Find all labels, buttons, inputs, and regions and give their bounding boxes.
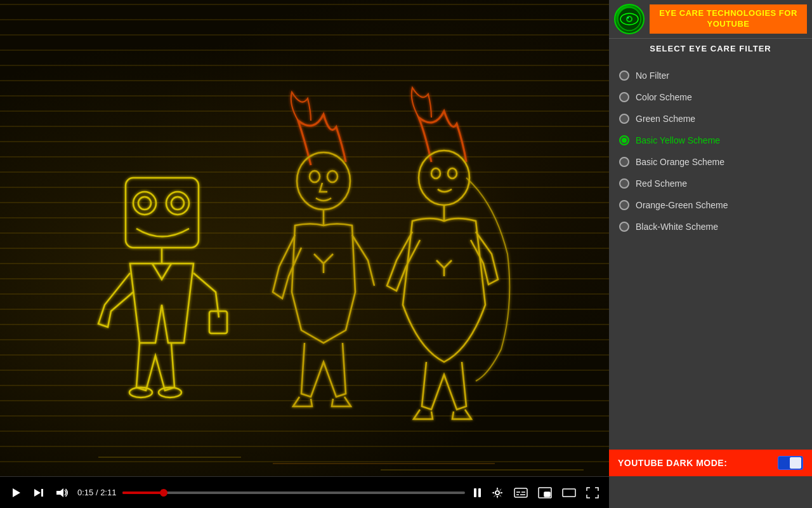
dark-mode-label: YOUTUBE DARK MODE: xyxy=(618,458,727,468)
filter-label-basic-orange: Basic Orange Scheme xyxy=(636,157,724,167)
svg-point-11 xyxy=(310,171,320,182)
filter-item-orange-green[interactable]: Orange-Green Scheme xyxy=(619,194,802,216)
svg-point-2 xyxy=(133,192,156,215)
logo-icon xyxy=(614,4,645,34)
svg-rect-0 xyxy=(0,0,609,476)
filter-label-green-scheme: Green Scheme xyxy=(636,114,695,124)
filter-label-no-filter: No Filter xyxy=(636,70,669,81)
filter-item-color-scheme[interactable]: Color Scheme xyxy=(619,86,802,108)
video-player xyxy=(0,0,609,476)
svg-rect-28 xyxy=(41,489,43,497)
filter-item-red-scheme[interactable]: Red Scheme xyxy=(619,173,802,194)
dark-mode-toggle[interactable] xyxy=(778,456,803,470)
progress-fill xyxy=(122,491,164,494)
miniplayer-button[interactable] xyxy=(535,485,554,501)
filter-label-color-scheme: Color Scheme xyxy=(636,92,692,102)
filter-label-red-scheme: Red Scheme xyxy=(636,178,687,189)
radio-green-scheme[interactable] xyxy=(619,114,629,124)
toggle-thumb xyxy=(790,457,801,469)
svg-point-5 xyxy=(171,197,184,210)
radio-no-filter[interactable] xyxy=(619,70,629,81)
filter-label-orange-green: Orange-Green Scheme xyxy=(636,200,728,210)
filter-item-basic-orange[interactable]: Basic Orange Scheme xyxy=(619,151,802,173)
sidebar-bottom-spacer xyxy=(609,476,812,508)
svg-marker-26 xyxy=(13,488,20,497)
filter-item-basic-yellow[interactable]: Basic Yellow Scheme xyxy=(619,130,802,151)
captions-button[interactable] xyxy=(511,485,530,501)
pause-indicator[interactable] xyxy=(471,486,483,500)
svg-point-25 xyxy=(627,17,629,18)
svg-point-16 xyxy=(448,168,457,178)
filter-label-basic-yellow: Basic Yellow Scheme xyxy=(636,135,720,145)
svg-point-12 xyxy=(327,171,337,182)
radio-black-white[interactable] xyxy=(619,222,629,232)
progress-bar[interactable] xyxy=(122,491,465,494)
filter-section-title: SELECT EYE CARE FILTER xyxy=(609,39,812,58)
sidebar-header: EYE CARE TECHNOLOGIES FOR YOUTUBE xyxy=(609,0,812,39)
radio-color-scheme[interactable] xyxy=(619,92,629,102)
app-title: EYE CARE TECHNOLOGIES FOR YOUTUBE xyxy=(650,4,807,34)
skip-button[interactable] xyxy=(30,485,47,501)
theater-button[interactable] xyxy=(560,485,579,501)
svg-point-31 xyxy=(495,491,499,495)
play-button[interactable] xyxy=(8,485,24,501)
sidebar: EYE CARE TECHNOLOGIES FOR YOUTUBE SELECT… xyxy=(609,0,812,476)
filter-item-green-scheme[interactable]: Green Scheme xyxy=(619,108,802,130)
filter-item-no-filter[interactable]: No Filter xyxy=(619,65,802,86)
settings-button[interactable] xyxy=(488,484,506,502)
dark-mode-bar[interactable]: YOUTUBE DARK MODE: xyxy=(609,450,812,476)
fullscreen-button[interactable] xyxy=(584,485,601,501)
cartoon-scene xyxy=(0,0,609,476)
radio-orange-green[interactable] xyxy=(619,200,629,210)
filter-list: No FilterColor SchemeGreen SchemeBasic Y… xyxy=(609,58,812,450)
svg-point-3 xyxy=(138,197,151,210)
svg-rect-32 xyxy=(514,488,527,497)
header-title-block: EYE CARE TECHNOLOGIES FOR YOUTUBE xyxy=(650,4,807,34)
radio-red-scheme[interactable] xyxy=(619,178,629,189)
svg-rect-39 xyxy=(563,489,575,497)
svg-marker-29 xyxy=(56,488,63,497)
radio-basic-orange[interactable] xyxy=(619,157,629,167)
svg-marker-27 xyxy=(34,489,41,497)
progress-dot xyxy=(160,489,167,497)
video-controls-bar: 0:15 / 2:11 xyxy=(0,476,609,508)
filter-item-black-white[interactable]: Black-White Scheme xyxy=(619,216,802,237)
svg-point-15 xyxy=(431,168,440,178)
filter-label-black-white: Black-White Scheme xyxy=(636,222,718,232)
time-display: 0:15 / 2:11 xyxy=(77,488,116,497)
volume-button[interactable] xyxy=(53,485,71,501)
svg-point-4 xyxy=(166,192,189,215)
svg-rect-38 xyxy=(544,492,550,497)
svg-point-14 xyxy=(419,150,469,205)
radio-basic-yellow[interactable] xyxy=(619,135,629,145)
right-controls xyxy=(471,484,601,502)
